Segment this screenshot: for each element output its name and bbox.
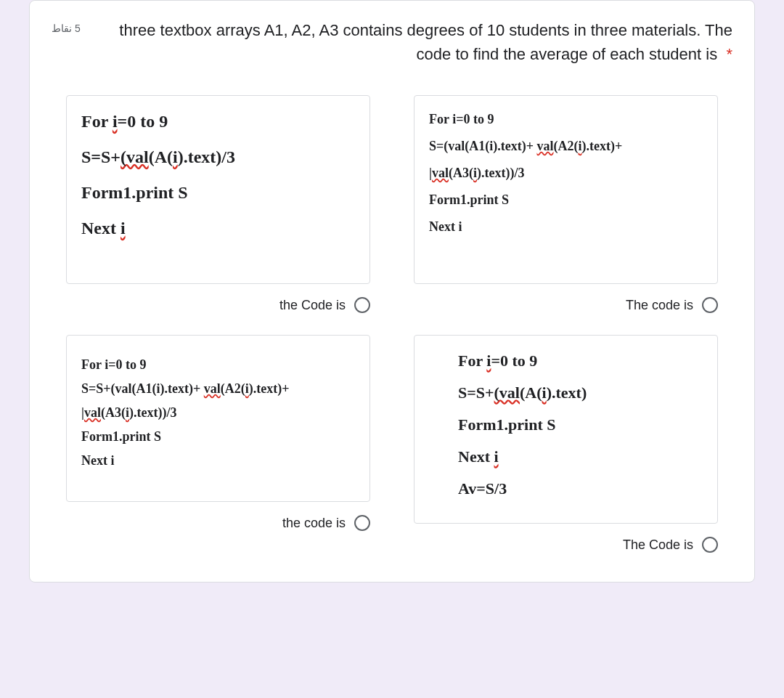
option-d[interactable]: For i=0 to 9 S=S+(val(A(i).text) Form1.p… bbox=[414, 335, 718, 553]
radio-c[interactable] bbox=[354, 515, 370, 531]
code-box-c: For i=0 to 9 S=S+(val(A1(i).text)+ val(A… bbox=[66, 335, 370, 502]
radio-a[interactable] bbox=[354, 297, 370, 313]
radio-d[interactable] bbox=[702, 537, 718, 553]
code-box-a: For i=0 to 9 S=S+(val(A(i).text)/3 Form1… bbox=[66, 95, 370, 284]
option-d-label: The Code is bbox=[623, 537, 693, 553]
option-b[interactable]: For i=0 to 9 S=(val(A1(i).text)+ val(A2(… bbox=[414, 95, 718, 313]
points-badge: 5 نقاط bbox=[52, 18, 81, 34]
option-c-label-row[interactable]: the code is bbox=[66, 515, 370, 531]
option-a-label-row[interactable]: the Code is bbox=[66, 297, 370, 313]
code-box-b: For i=0 to 9 S=(val(A1(i).text)+ val(A2(… bbox=[414, 95, 718, 284]
option-b-label: The code is bbox=[626, 298, 693, 313]
option-c[interactable]: For i=0 to 9 S=S+(val(A1(i).text)+ val(A… bbox=[66, 335, 370, 553]
required-mark: * bbox=[722, 45, 732, 63]
option-a-label: the Code is bbox=[279, 298, 346, 313]
question-card: 5 نقاط three textbox arrays A1, A2, A3 c… bbox=[29, 0, 755, 583]
option-a[interactable]: For i=0 to 9 S=S+(val(A(i).text)/3 Form1… bbox=[66, 95, 370, 313]
question-text: three textbox arrays A1, A2, A3 contains… bbox=[92, 18, 732, 66]
option-d-label-row[interactable]: The Code is bbox=[414, 537, 718, 553]
option-c-label: the code is bbox=[282, 516, 346, 531]
question-header: 5 نقاط three textbox arrays A1, A2, A3 c… bbox=[52, 18, 732, 66]
code-box-d: For i=0 to 9 S=S+(val(A(i).text) Form1.p… bbox=[414, 335, 718, 524]
radio-b[interactable] bbox=[702, 297, 718, 313]
option-b-label-row[interactable]: The code is bbox=[414, 297, 718, 313]
options-grid: For i=0 to 9 S=S+(val(A(i).text)/3 Form1… bbox=[52, 95, 732, 553]
